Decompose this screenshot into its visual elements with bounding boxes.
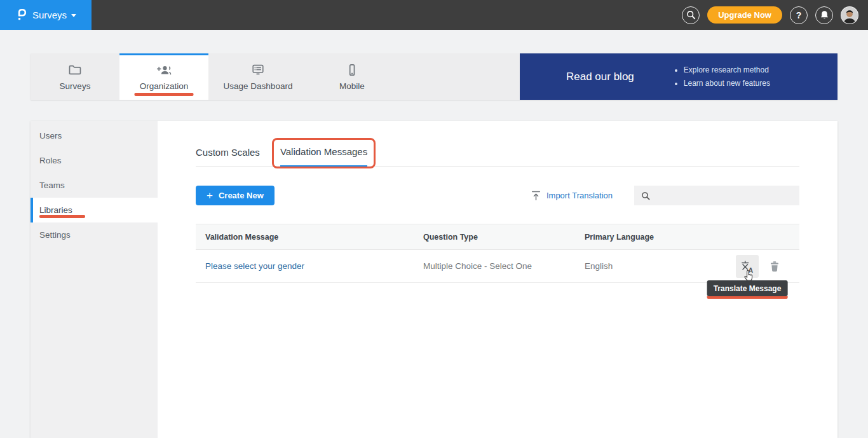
topbar-actions: Upgrade Now ? bbox=[682, 6, 868, 24]
sidebar-item-teams[interactable]: Teams bbox=[31, 173, 158, 198]
sidebar-item-label: Libraries bbox=[39, 205, 72, 215]
sidebar-item-libraries[interactable]: Libraries bbox=[31, 198, 158, 222]
nav-tab-label: Surveys bbox=[60, 81, 91, 91]
tab-validation-messages[interactable]: Validation Messages bbox=[280, 146, 367, 167]
product-name: Surveys bbox=[32, 10, 67, 20]
search-button[interactable] bbox=[682, 6, 700, 24]
annotation-underline-libraries bbox=[39, 215, 85, 218]
sidebar-item-users[interactable]: Users bbox=[31, 123, 158, 148]
group-add-icon bbox=[156, 62, 172, 78]
import-icon bbox=[531, 191, 541, 201]
org-sidebar: Users Roles Teams Libraries Settings bbox=[31, 121, 158, 438]
product-switcher[interactable]: Surveys bbox=[0, 0, 92, 30]
nav-tab-label: Mobile bbox=[339, 81, 365, 91]
import-translation-link[interactable]: Import Translation bbox=[531, 191, 613, 201]
sidebar-item-label: Teams bbox=[39, 181, 65, 190]
organization-panel: Users Roles Teams Libraries Settings Cus… bbox=[31, 121, 837, 438]
user-avatar[interactable] bbox=[841, 6, 858, 24]
banner-title: Read our blog bbox=[566, 71, 634, 83]
translate-message-tooltip: Translate Message bbox=[707, 280, 788, 296]
search-input[interactable] bbox=[655, 186, 799, 205]
nav-tab-label: Organization bbox=[140, 81, 189, 91]
cell-question-type: Multiple Choice - Select One bbox=[423, 261, 585, 271]
tooltip-label: Translate Message bbox=[714, 284, 782, 293]
nav-tab-label: Usage Dashboard bbox=[224, 81, 293, 91]
blog-banner[interactable]: Read our blog Explore research method Le… bbox=[520, 53, 837, 100]
translate-message-button[interactable]: A Translate Message bbox=[736, 255, 759, 278]
import-translation-label: Import Translation bbox=[546, 191, 613, 200]
upgrade-now-button[interactable]: Upgrade Now bbox=[707, 6, 782, 24]
primary-nav: Surveys Organization bbox=[31, 53, 837, 100]
nav-tab-usage-dashboard[interactable]: Usage Dashboard bbox=[208, 53, 308, 100]
table-search bbox=[634, 186, 799, 205]
annotation-underline-tooltip bbox=[707, 296, 788, 299]
translate-icon: A bbox=[740, 259, 754, 273]
table-header-row: Validation Message Question Type Primary… bbox=[196, 224, 799, 250]
banner-bullet: Learn about new features bbox=[684, 77, 770, 90]
chevron-down-icon bbox=[71, 14, 76, 17]
tab-custom-scales[interactable]: Custom Scales bbox=[196, 147, 260, 166]
banner-bullet-list: Explore research method Learn about new … bbox=[674, 64, 770, 90]
trash-icon bbox=[768, 260, 781, 273]
cell-primary-language: English bbox=[585, 261, 724, 271]
bell-icon bbox=[820, 10, 829, 20]
column-header-validation-message: Validation Message bbox=[196, 233, 423, 242]
sidebar-item-settings[interactable]: Settings bbox=[31, 222, 158, 247]
libraries-content: Custom Scales Validation Messages + Crea… bbox=[158, 121, 837, 438]
create-new-label: Create New bbox=[219, 191, 264, 200]
nav-tab-organization[interactable]: Organization bbox=[119, 53, 208, 100]
table-row: Please select your gender Multiple Choic… bbox=[196, 250, 799, 283]
create-new-button[interactable]: + Create New bbox=[196, 186, 275, 205]
screen: Surveys Upgrade Now ? bbox=[0, 0, 868, 438]
search-icon bbox=[686, 10, 696, 20]
plus-icon: + bbox=[207, 190, 213, 201]
annotation-underline-organization bbox=[135, 93, 194, 96]
magnifier-icon bbox=[641, 191, 650, 200]
notifications-button[interactable] bbox=[815, 6, 833, 24]
help-button[interactable]: ? bbox=[790, 6, 808, 24]
banner-bullet: Explore research method bbox=[684, 64, 770, 77]
toolbar: + Create New Import Translation bbox=[196, 186, 799, 205]
nav-tab-mobile[interactable]: Mobile bbox=[308, 53, 397, 100]
svg-text:A: A bbox=[748, 266, 753, 273]
sidebar-item-roles[interactable]: Roles bbox=[31, 148, 158, 173]
cell-validation-message: Please select your gender bbox=[196, 261, 423, 271]
tab-validation-messages-wrap: Validation Messages bbox=[280, 146, 367, 166]
row-actions: A Translate Message bbox=[724, 255, 799, 278]
sidebar-item-label: Users bbox=[39, 131, 62, 140]
sidebar-item-label: Settings bbox=[39, 230, 71, 240]
validation-message-link[interactable]: Please select your gender bbox=[205, 261, 304, 271]
help-icon: ? bbox=[796, 10, 802, 20]
topbar: Surveys Upgrade Now ? bbox=[0, 0, 868, 30]
delete-message-button[interactable] bbox=[768, 260, 781, 273]
column-header-question-type: Question Type bbox=[423, 233, 585, 242]
dashboard-icon bbox=[250, 62, 266, 78]
validation-messages-table: Validation Message Question Type Primary… bbox=[196, 224, 799, 283]
library-tabs: Custom Scales Validation Messages bbox=[196, 146, 799, 167]
nav-tab-surveys[interactable]: Surveys bbox=[31, 53, 119, 100]
sidebar-item-label: Roles bbox=[39, 156, 62, 165]
mobile-icon bbox=[344, 62, 360, 78]
questionpro-logo-icon bbox=[15, 8, 28, 22]
column-header-primary-language: Primary Language bbox=[585, 233, 724, 242]
primary-nav-tabs: Surveys Organization bbox=[31, 53, 397, 100]
folder-icon bbox=[67, 62, 83, 78]
